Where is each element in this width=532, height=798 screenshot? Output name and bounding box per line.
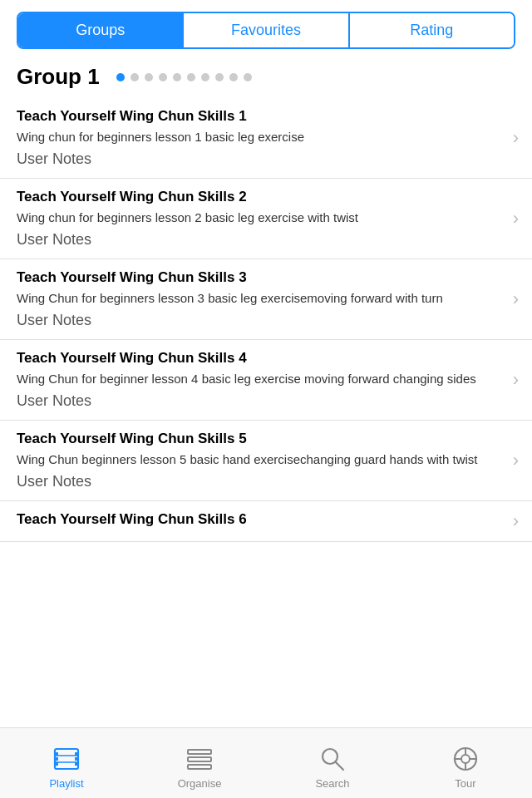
search-icon	[318, 744, 347, 774]
tab-organise[interactable]: Organise	[133, 737, 266, 790]
svg-line-13	[336, 762, 343, 770]
tour-icon	[451, 744, 480, 774]
organise-icon	[185, 744, 214, 774]
item-title: Teach Yourself Wing Chun Skills 2	[17, 189, 515, 205]
tab-groups[interactable]: Groups	[18, 13, 184, 47]
item-desc: Wing Chun for beginner lesson 4 basic le…	[17, 370, 515, 387]
item-notes: User Notes	[17, 312, 515, 329]
dot-5	[173, 73, 181, 81]
tab-bar: Playlist Organise Search	[0, 727, 532, 798]
item-title: Teach Yourself Wing Chun Skills 1	[17, 108, 515, 125]
chevron-icon: ›	[513, 288, 519, 310]
tab-search[interactable]: Search	[266, 737, 399, 790]
svg-rect-10	[188, 757, 211, 761]
chevron-icon: ›	[513, 450, 519, 471]
dot-10	[244, 73, 252, 81]
svg-point-15	[461, 755, 470, 763]
chevron-icon: ›	[513, 127, 519, 149]
tab-playlist-label: Playlist	[49, 777, 83, 790]
tab-organise-label: Organise	[178, 777, 222, 790]
chevron-icon: ›	[513, 369, 519, 391]
skills-list: Teach Yourself Wing Chun Skills 1 Wing c…	[0, 98, 532, 726]
dot-3	[145, 73, 153, 81]
dot-7	[201, 73, 209, 81]
item-notes: User Notes	[17, 392, 515, 410]
list-item[interactable]: Teach Yourself Wing Chun Skills 5 Wing C…	[0, 421, 532, 501]
list-item[interactable]: Teach Yourself Wing Chun Skills 3 Wing C…	[0, 259, 532, 340]
chevron-icon: ›	[513, 208, 519, 229]
item-notes: User Notes	[17, 150, 515, 168]
group-title: Group 1	[17, 64, 100, 90]
svg-rect-0	[55, 749, 78, 769]
dot-4	[159, 73, 167, 81]
tab-tour[interactable]: Tour	[399, 737, 532, 790]
group-header: Group 1	[0, 59, 532, 98]
list-item[interactable]: Teach Yourself Wing Chun Skills 1 Wing c…	[0, 98, 532, 179]
dot-9	[229, 73, 238, 81]
pagination-dots	[116, 73, 252, 81]
svg-rect-11	[188, 765, 211, 769]
list-item[interactable]: Teach Yourself Wing Chun Skills 6 ›	[0, 501, 532, 542]
svg-rect-5	[75, 757, 78, 761]
svg-rect-2	[55, 757, 58, 761]
item-title: Teach Yourself Wing Chun Skills 5	[17, 431, 515, 447]
chevron-icon: ›	[513, 510, 519, 532]
tab-rating[interactable]: Rating	[350, 13, 514, 47]
film-icon	[52, 744, 81, 774]
item-desc: Wing Chun for beginners lesson 3 basic l…	[17, 289, 515, 307]
svg-rect-9	[188, 750, 211, 754]
item-title: Teach Yourself Wing Chun Skills 6	[17, 511, 515, 528]
tab-favourites[interactable]: Favourites	[184, 13, 349, 47]
tab-search-label: Search	[315, 777, 349, 790]
item-desc: Wing Chun beginners lesson 5 basic hand …	[17, 451, 515, 468]
item-desc: Wing chun for beginners lesson 1 basic l…	[17, 128, 515, 145]
dot-1	[116, 73, 125, 81]
dot-2	[131, 73, 139, 81]
segment-control: Groups Favourites Rating	[17, 12, 515, 49]
item-notes: User Notes	[17, 231, 515, 249]
tab-tour-label: Tour	[455, 777, 475, 790]
item-title: Teach Yourself Wing Chun Skills 4	[17, 350, 515, 367]
list-item[interactable]: Teach Yourself Wing Chun Skills 2 Wing c…	[0, 179, 532, 259]
item-desc: Wing chun for beginners lesson 2 basic l…	[17, 209, 515, 226]
dot-6	[187, 73, 195, 81]
item-title: Teach Yourself Wing Chun Skills 3	[17, 269, 515, 286]
dot-8	[215, 73, 224, 81]
item-notes: User Notes	[17, 473, 515, 490]
list-item[interactable]: Teach Yourself Wing Chun Skills 4 Wing C…	[0, 340, 532, 421]
tab-playlist[interactable]: Playlist	[0, 737, 133, 790]
